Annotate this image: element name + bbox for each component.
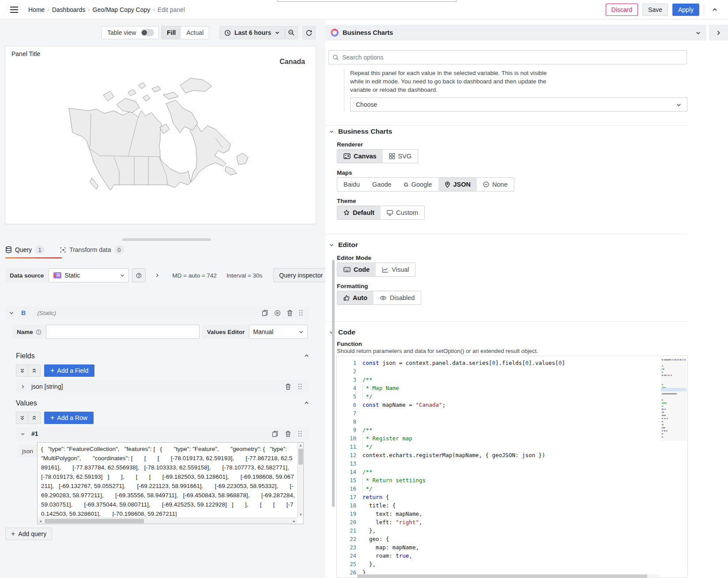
repeat-variable-select[interactable]: Choose [350,98,687,112]
collapse-options-pane-button[interactable] [709,25,728,41]
formatting-option-disabled[interactable]: Disabled [373,291,421,304]
drag-handle[interactable] [296,310,306,316]
options-pane-scrollbar[interactable] [332,260,335,507]
theme-option-default[interactable]: Default [337,206,381,219]
pane-resize-handle[interactable] [122,238,211,241]
drag-handle[interactable] [295,431,305,437]
zoom-out-time-button[interactable] [285,26,298,39]
apply-button[interactable]: Apply [672,4,699,16]
value-row-header[interactable]: #1 [16,427,309,440]
collapse-topnav-button[interactable] [709,4,721,16]
panel-preview[interactable]: Panel Title Canada [5,46,316,224]
breadcrumb-separator-icon: › [153,6,155,13]
maps-option-gaode[interactable]: Gaode [366,178,398,191]
code-editor[interactable]: 1234567891011121314151617181920212223242… [336,356,688,578]
editor-mode-option-visual[interactable]: Visual [376,263,415,276]
scroll-down-arrow-icon[interactable]: ▼ [298,512,304,518]
visualization-picker[interactable]: Business Charts [325,25,706,41]
datasource-picker[interactable]: Static [49,268,129,282]
duplicate-query-button[interactable] [259,310,271,316]
section-editor[interactable]: Editor [329,241,358,249]
chevron-down-icon [298,329,304,334]
expand-row-chevron-icon[interactable] [155,273,160,278]
collapse-values-icon[interactable] [304,400,309,406]
scroll-up-arrow-icon[interactable]: ▲ [298,443,304,448]
fields-heading: Fields [16,352,35,360]
editor-mode-option-code[interactable]: Code [337,263,376,276]
fill-option[interactable]: Fill [162,26,181,39]
add-query-button[interactable]: + Add query [5,528,52,540]
vertical-scrollbar[interactable]: ▲ ▼ [297,443,303,518]
duplicate-row-button[interactable] [269,431,281,437]
delete-row-button[interactable] [283,431,294,437]
transform-count-badge: 0 [114,245,124,254]
breadcrumb-dashboard-name[interactable]: Geo/Map Copy Copy [93,6,151,13]
options-search[interactable] [328,50,687,64]
delete-field-button[interactable] [283,383,294,390]
line-chart-icon [382,267,389,273]
horizontal-scrollbar[interactable]: ◄ ► [38,518,297,524]
section-business-charts[interactable]: Business Charts [329,128,392,135]
datasource-help-button[interactable] [132,268,146,282]
values-controls: + Add a Row [16,412,94,424]
refresh-button[interactable] [302,26,316,39]
chevron-down-icon[interactable] [9,310,14,315]
values-editor-select[interactable]: Manual [249,325,308,339]
table-view-toggle[interactable] [141,29,154,36]
breadcrumb-dashboards[interactable]: Dashboards [52,6,86,13]
circle-minus-icon [483,181,489,188]
formatting-option-auto[interactable]: Auto [337,291,373,304]
collapse-all-rows-button[interactable] [16,412,28,424]
add-row-button[interactable]: + Add a Row [44,412,94,424]
repeat-description: Repeat this panel for each value in the … [350,69,553,94]
function-description: Should return parameters and data for se… [337,348,538,354]
maps-option-json[interactable]: JSON [438,178,477,191]
collapse-fields-icon[interactable] [304,353,309,359]
scroll-left-arrow-icon[interactable]: ◄ [38,518,43,524]
fields-controls: + Add a Field [16,364,94,377]
hide-response-button[interactable] [272,310,283,316]
collapse-all-fields-button[interactable] [16,364,28,377]
minimap-viewport[interactable] [661,388,687,391]
drag-handle[interactable] [295,383,305,390]
options-search-input[interactable] [342,54,683,61]
code-minimap[interactable] [661,358,687,441]
theme-option-custom[interactable]: Custom [381,206,424,219]
scroll-right-arrow-icon[interactable]: ► [291,518,297,524]
maps-option-google[interactable]: G Google [398,178,438,191]
tab-transform-data[interactable]: Transform data 0 [60,245,124,254]
time-range-picker[interactable]: Last 6 hours [219,26,285,39]
renderer-option-svg[interactable]: SVG [383,150,418,163]
code-content[interactable]: const json = context.panel.data.series[0… [362,359,658,577]
menu-toggle-button[interactable] [7,4,21,16]
keyboard-icon [343,267,351,272]
tab-query[interactable]: Query 1 [5,245,45,254]
add-field-button[interactable]: + Add a Field [44,364,94,377]
delete-query-button[interactable] [284,310,295,316]
datasource-row: Data source Static MD = auto = 742 Inter… [5,268,328,282]
expand-all-fields-button[interactable] [28,364,41,377]
breadcrumb-separator-icon: › [47,6,49,13]
max-datapoints-stat: MD = auto = 742 [172,272,217,279]
maps-option-none[interactable]: None [477,178,514,191]
query-inspector-button[interactable]: Query inspector [273,268,328,282]
maps-option-baidu[interactable]: Baidu [337,178,366,191]
discard-button[interactable]: Discard [606,4,638,16]
json-value-editor[interactable]: { "type": "FeatureCollection", "features… [37,442,304,524]
active-tab-indicator [5,257,62,259]
top-search-partial[interactable] [277,0,456,2]
search-icon [332,54,339,61]
hamburger-icon [10,7,18,13]
breadcrumb-home[interactable]: Home [28,6,45,13]
field-row-json[interactable]: json [string] [16,380,309,393]
actual-option[interactable]: Actual [181,26,209,39]
code-horizontal-scrollbar[interactable] [357,574,659,578]
refresh-icon [306,29,313,36]
query-row-header[interactable]: B (Static) [5,306,309,319]
tab-transform-label: Transform data [69,246,111,253]
json-value-text[interactable]: { "type": "FeatureCollection", "features… [41,444,295,517]
renderer-option-canvas[interactable]: Canvas [337,150,383,163]
name-input[interactable] [46,325,200,339]
save-button[interactable]: Save [642,4,668,16]
expand-all-rows-button[interactable] [28,412,41,424]
